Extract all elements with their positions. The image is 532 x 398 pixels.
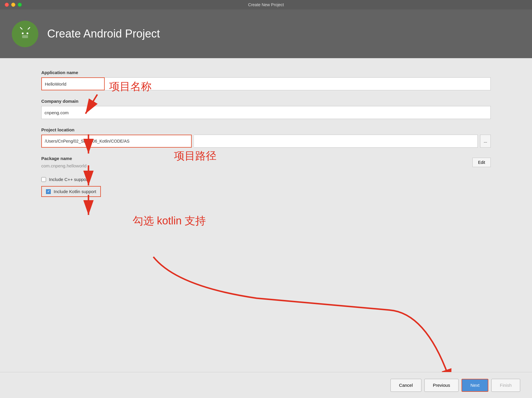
svg-point-2: [27, 32, 28, 34]
android-logo: [12, 21, 38, 47]
kotlin-checkbox-wrapper: Include Kotlin support: [41, 186, 101, 197]
cpp-label: Include C++ support: [49, 177, 89, 182]
cpp-checkbox[interactable]: [41, 177, 46, 182]
app-name-rest-field: [105, 77, 491, 90]
company-domain-input[interactable]: [41, 106, 491, 119]
package-name-section: Package name com.cnpeng.helloworld: [41, 156, 86, 169]
traffic-lights: [5, 3, 22, 7]
kotlin-checkbox[interactable]: [46, 189, 51, 194]
package-name-label: Package name: [41, 156, 86, 161]
edit-package-button[interactable]: Edit: [472, 158, 491, 167]
app-name-label: Application name: [41, 70, 491, 75]
svg-rect-5: [22, 35, 28, 38]
svg-point-0: [19, 27, 32, 40]
company-domain-group: Company domain: [41, 99, 491, 119]
dialog-title: Create Android Project: [47, 27, 160, 40]
next-button[interactable]: Next: [462, 379, 488, 392]
project-location-group: Project location ...: [41, 127, 491, 148]
company-domain-label: Company domain: [41, 99, 491, 104]
kotlin-label: Include Kotlin support: [54, 189, 96, 194]
close-button[interactable]: [5, 3, 9, 7]
package-name-value: com.cnpeng.helloworld: [41, 163, 86, 168]
project-location-input[interactable]: [41, 135, 192, 148]
footer: Cancel Previous Next Finish: [0, 372, 532, 398]
app-name-row: [41, 77, 491, 90]
package-name-group: Package name com.cnpeng.helloworld Edit: [41, 156, 491, 169]
window-title: Create New Project: [248, 2, 284, 7]
project-location-label: Project location: [41, 127, 491, 132]
kotlin-checkbox-row: Include Kotlin support: [41, 186, 491, 197]
app-name-input-wrapper: [41, 77, 105, 90]
project-location-row: ...: [41, 135, 491, 148]
form-area: Application name Company domain Project …: [0, 58, 532, 372]
minimize-button[interactable]: [11, 3, 15, 7]
project-location-rest: [194, 135, 478, 148]
cpp-checkbox-row: Include C++ support: [41, 177, 491, 182]
app-name-input[interactable]: [41, 77, 105, 90]
previous-button[interactable]: Previous: [424, 379, 459, 392]
titlebar: Create New Project: [0, 0, 532, 9]
browse-button[interactable]: ...: [480, 135, 491, 148]
project-location-input-wrapper: [41, 135, 192, 148]
android-icon: [16, 25, 34, 43]
svg-point-1: [22, 32, 24, 34]
dialog-header: Create Android Project: [0, 9, 532, 58]
finish-button[interactable]: Finish: [491, 379, 520, 392]
cancel-button[interactable]: Cancel: [390, 379, 421, 392]
maximize-button[interactable]: [18, 3, 22, 7]
app-name-group: Application name: [41, 70, 491, 90]
